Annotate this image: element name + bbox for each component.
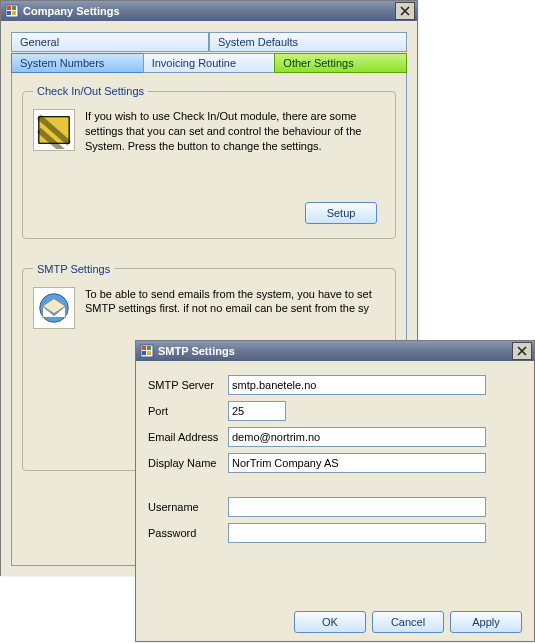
label-password: Password <box>148 527 228 539</box>
tab-system-numbers[interactable]: System Numbers <box>11 53 143 73</box>
smtp-text: To be able to send emails from the syste… <box>85 287 385 329</box>
smtp-settings-title: SMTP Settings <box>158 345 512 357</box>
row-password: Password <box>148 523 522 543</box>
row-port: Port <box>148 401 522 421</box>
tab-system-defaults-label: System Defaults <box>218 36 298 48</box>
input-email[interactable] <box>228 427 486 447</box>
checkinout-legend: Check In/Out Settings <box>33 85 148 97</box>
svg-rect-1 <box>7 6 11 10</box>
label-port: Port <box>148 405 228 417</box>
tab-invoicing-routine-label: Invoicing Routine <box>152 57 236 69</box>
svg-rect-2 <box>12 6 16 10</box>
svg-rect-10 <box>142 351 146 355</box>
checkinout-text: If you wish to use Check In/Out module, … <box>85 109 385 154</box>
tab-system-defaults[interactable]: System Defaults <box>209 32 407 52</box>
input-smtp-server[interactable] <box>228 375 486 395</box>
smtp-button-row: OK Cancel Apply <box>148 603 522 633</box>
ok-button[interactable]: OK <box>294 611 366 633</box>
input-password[interactable] <box>228 523 486 543</box>
checkinout-fieldset: Check In/Out Settings If you wish to use… <box>22 85 396 239</box>
tab-other-settings-label: Other Settings <box>283 57 353 69</box>
tab-system-numbers-label: System Numbers <box>20 57 104 69</box>
tab-invoicing-routine[interactable]: Invoicing Routine <box>143 53 275 73</box>
label-username: Username <box>148 501 228 513</box>
tab-general-label: General <box>20 36 59 48</box>
company-settings-titlebar[interactable]: Company Settings <box>1 1 417 21</box>
setup-button[interactable]: Setup <box>305 202 377 224</box>
label-email: Email Address <box>148 431 228 443</box>
svg-rect-4 <box>12 11 16 15</box>
svg-rect-8 <box>142 346 146 350</box>
close-icon[interactable] <box>512 342 532 360</box>
smtp-legend: SMTP Settings <box>33 263 114 275</box>
smtp-settings-titlebar[interactable]: SMTP Settings <box>136 341 534 361</box>
svg-rect-9 <box>147 346 151 350</box>
checkinout-icon <box>33 109 75 151</box>
mail-icon <box>33 287 75 329</box>
input-username[interactable] <box>228 497 486 517</box>
svg-rect-3 <box>7 11 11 15</box>
label-smtp-server: SMTP Server <box>148 379 228 391</box>
window-icon <box>140 344 154 358</box>
svg-rect-11 <box>147 351 151 355</box>
window-icon <box>5 4 19 18</box>
label-display-name: Display Name <box>148 457 228 469</box>
row-username: Username <box>148 497 522 517</box>
tabs-row-2: System Numbers Invoicing Routine Other S… <box>11 52 407 73</box>
row-email: Email Address <box>148 427 522 447</box>
tab-other-settings[interactable]: Other Settings <box>274 53 407 73</box>
smtp-settings-window: SMTP Settings SMTP Server Port Email Add… <box>135 340 535 642</box>
row-smtp-server: SMTP Server <box>148 375 522 395</box>
tabs-row-1: General System Defaults <box>11 31 407 52</box>
row-display-name: Display Name <box>148 453 522 473</box>
tab-general[interactable]: General <box>11 32 209 52</box>
input-port[interactable] <box>228 401 286 421</box>
apply-button[interactable]: Apply <box>450 611 522 633</box>
close-icon[interactable] <box>395 2 415 20</box>
input-display-name[interactable] <box>228 453 486 473</box>
smtp-settings-body: SMTP Server Port Email Address Display N… <box>136 361 534 641</box>
cancel-button[interactable]: Cancel <box>372 611 444 633</box>
company-settings-title: Company Settings <box>23 5 395 17</box>
